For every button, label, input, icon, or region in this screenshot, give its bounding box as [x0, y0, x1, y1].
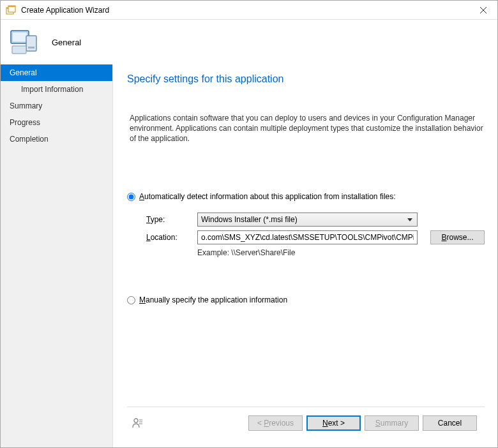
wizard-body: General Import Information Summary Progr…: [1, 64, 497, 447]
wizard-window: Create Application Wizard General Genera…: [0, 0, 498, 448]
header-band: General: [1, 20, 497, 64]
computer-icon: [8, 27, 39, 57]
sidebar-item-label: Completion: [10, 135, 49, 144]
svg-rect-8: [26, 36, 36, 51]
svg-point-11: [134, 419, 138, 422]
type-label: Type:: [146, 215, 197, 224]
close-button[interactable]: [469, 1, 497, 19]
manual-radio[interactable]: [127, 296, 135, 304]
location-row: Location: Browse...: [127, 230, 485, 244]
next-button[interactable]: Next >: [306, 415, 361, 431]
location-input[interactable]: [197, 230, 418, 244]
sidebar-item-summary[interactable]: Summary: [1, 98, 112, 114]
auto-detect-radio[interactable]: [127, 193, 135, 201]
content-panel: Specify settings for this application Ap…: [113, 64, 497, 447]
location-label: Location:: [146, 233, 197, 242]
previous-button: < Previous: [248, 415, 303, 431]
browse-button[interactable]: Browse...: [430, 230, 485, 244]
summary-button: Summary: [365, 415, 419, 431]
person-icon[interactable]: [132, 417, 144, 429]
sidebar: General Import Information Summary Progr…: [1, 64, 113, 447]
svg-rect-7: [13, 33, 27, 41]
sidebar-item-general[interactable]: General: [1, 64, 112, 81]
sidebar-item-progress[interactable]: Progress: [1, 114, 112, 131]
sidebar-item-label: General: [10, 68, 37, 77]
svg-rect-3: [8, 6, 15, 7]
manual-option[interactable]: Manually specify the application informa…: [127, 295, 485, 304]
sidebar-item-completion[interactable]: Completion: [1, 131, 112, 147]
sidebar-item-import-information[interactable]: Import Information: [1, 81, 112, 98]
step-title: General: [52, 38, 81, 47]
sidebar-item-label: Summary: [10, 101, 42, 110]
type-select[interactable]: Windows Installer (*.msi file): [197, 213, 418, 227]
example-text: Example: \\Server\Share\File: [127, 248, 485, 257]
auto-detect-label: Automatically detect information about t…: [139, 192, 396, 201]
svg-rect-9: [28, 47, 34, 49]
page-description: Applications contain software that you c…: [127, 113, 485, 144]
footer: < Previous Next > Summary Cancel: [127, 407, 485, 438]
sidebar-item-label: Import Information: [21, 85, 83, 94]
application-wizard-icon: [6, 5, 16, 15]
svg-rect-10: [12, 46, 26, 54]
manual-label: Manually specify the application informa…: [139, 295, 287, 304]
page-heading: Specify settings for this application: [127, 73, 485, 85]
content-main: Specify settings for this application Ap…: [127, 73, 485, 407]
window-title: Create Application Wizard: [21, 6, 469, 15]
auto-detect-option[interactable]: Automatically detect information about t…: [127, 192, 485, 201]
titlebar: Create Application Wizard: [1, 1, 497, 20]
close-icon: [480, 7, 487, 13]
cancel-button[interactable]: Cancel: [423, 415, 477, 431]
type-value: Windows Installer (*.msi file): [201, 215, 298, 224]
sidebar-item-label: Progress: [10, 118, 40, 127]
type-row: Type: Windows Installer (*.msi file): [127, 213, 485, 227]
